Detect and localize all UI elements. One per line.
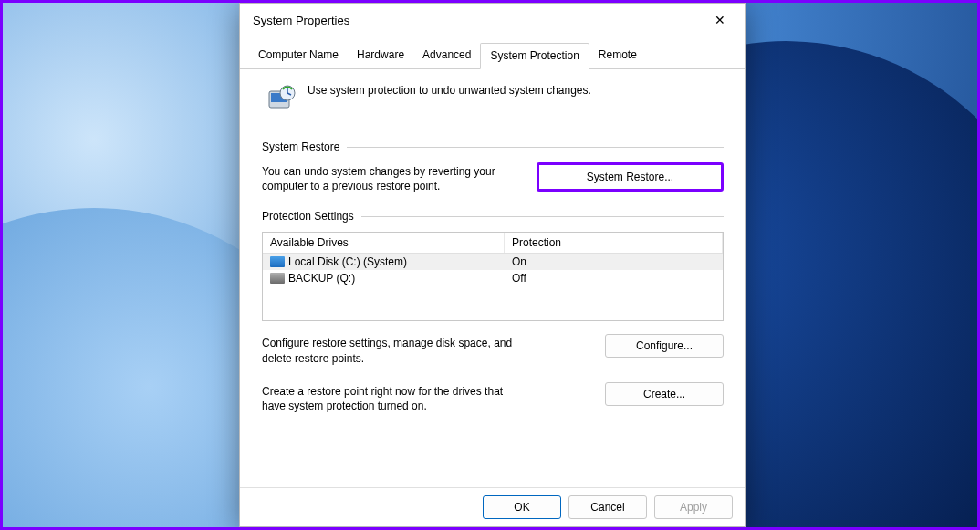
cancel-button[interactable]: Cancel (568, 495, 647, 519)
drive-icon (270, 256, 285, 267)
configure-button[interactable]: Configure... (605, 334, 724, 358)
protection-settings-heading: Protection Settings (262, 210, 724, 223)
system-restore-heading: System Restore (262, 140, 724, 153)
system-properties-dialog: System Properties ✕ Computer Name Hardwa… (239, 3, 746, 527)
intro-text: Use system protection to undo unwanted s… (308, 84, 591, 97)
titlebar: System Properties ✕ (240, 4, 745, 36)
create-button[interactable]: Create... (605, 382, 724, 406)
table-row[interactable]: Local Disk (C:) (System) On (263, 254, 723, 270)
create-description: Create a restore point right now for the… (262, 382, 525, 413)
tab-system-protection[interactable]: System Protection (480, 43, 589, 69)
restore-description: You can undo system changes by reverting… (262, 162, 525, 193)
dialog-footer: OK Cancel Apply (240, 487, 745, 526)
close-button[interactable]: ✕ (702, 6, 738, 34)
drive-icon (270, 273, 285, 284)
configure-description: Configure restore settings, manage disk … (262, 334, 525, 365)
apply-button: Apply (654, 495, 733, 519)
tab-advanced[interactable]: Advanced (413, 43, 480, 69)
tab-content: Use system protection to undo unwanted s… (240, 69, 745, 487)
ok-button[interactable]: OK (483, 495, 561, 519)
tab-computer-name[interactable]: Computer Name (249, 43, 348, 69)
col-protection: Protection (505, 233, 723, 253)
close-icon: ✕ (714, 13, 725, 27)
window-title: System Properties (253, 14, 702, 27)
system-restore-button[interactable]: System Restore... (537, 162, 724, 192)
tab-hardware[interactable]: Hardware (348, 43, 413, 69)
table-header: Available Drives Protection (263, 233, 723, 254)
tab-remote[interactable]: Remote (589, 43, 646, 69)
configure-row: Configure restore settings, manage disk … (262, 334, 724, 365)
col-available-drives: Available Drives (263, 233, 505, 253)
table-row[interactable]: BACKUP (Q:) Off (263, 270, 723, 286)
create-row: Create a restore point right now for the… (262, 382, 724, 413)
system-protection-icon (266, 84, 297, 115)
system-restore-row: You can undo system changes by reverting… (262, 162, 724, 193)
tabs-bar: Computer Name Hardware Advanced System P… (240, 36, 745, 69)
drives-table[interactable]: Available Drives Protection Local Disk (… (262, 232, 724, 321)
intro-row: Use system protection to undo unwanted s… (262, 78, 724, 131)
